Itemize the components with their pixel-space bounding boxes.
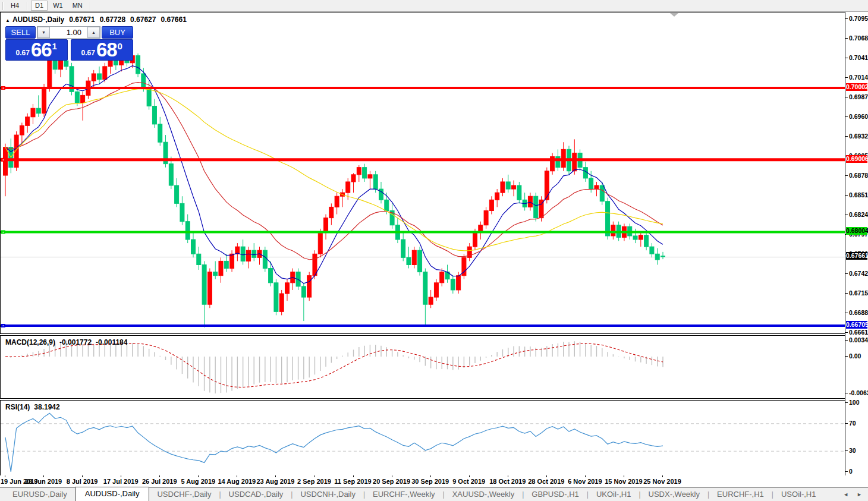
date-label: 30 Sep 2019 <box>410 478 451 485</box>
macd-tick-label: 0.00 <box>849 352 861 360</box>
price-tick-mark <box>845 332 848 333</box>
toolbar-separator <box>27 2 28 10</box>
sell-price-pip: 1 <box>52 41 57 51</box>
price-tick-mark <box>845 215 848 215</box>
macd-tick-label: -0.00637 <box>849 389 868 396</box>
tab-eurchf-weekly[interactable]: EURCHF-,Weekly <box>365 488 443 501</box>
date-label: 28 Oct 2019 <box>526 478 567 485</box>
candles <box>4 52 665 327</box>
date-tick-mark <box>275 475 276 477</box>
date-tick-mark <box>469 475 470 477</box>
date-tick-mark <box>546 475 547 477</box>
price-tick-mark <box>845 313 848 313</box>
rsi-tick-label: 30 <box>849 447 856 454</box>
buy-price-prefix: 0.67 <box>81 49 95 57</box>
tab-usdchf-daily[interactable]: USDCHF-,Daily <box>149 488 219 501</box>
date-axis[interactable]: 19 Jun 201928 Jun 20198 Jul 201917 Jul 2… <box>0 475 868 486</box>
close-value: 0.67661 <box>161 15 186 24</box>
tab-eurusd-daily[interactable]: EURUSD-,Daily <box>5 488 75 501</box>
tab-usdx-weekly[interactable]: USDX-,Weekly <box>641 488 707 501</box>
price-tick-mark <box>845 38 848 39</box>
sell-button[interactable]: SELL <box>5 26 36 39</box>
date-tick-mark <box>198 475 199 477</box>
candlestick-chart[interactable] <box>1 12 845 333</box>
rsi-tick-label: 100 <box>849 399 860 406</box>
buy-button[interactable]: BUY <box>102 26 133 39</box>
price-tick-label: 0.70415 <box>849 54 868 61</box>
buy-price-pip: 0 <box>118 41 122 51</box>
price-tick-mark <box>845 293 848 294</box>
date-label: 9 Oct 2019 <box>449 478 489 485</box>
price-tick-label: 0.68240 <box>849 211 868 218</box>
timeframe-button-mn[interactable]: MN <box>68 1 87 11</box>
macd-tick-mark <box>845 340 848 341</box>
tab-audusd-daily[interactable]: AUDUSD-,Daily <box>75 487 150 501</box>
date-label: 26 Jul 2019 <box>139 478 180 485</box>
rsi-tick-mark <box>845 471 848 472</box>
tab-scroll-left-icon[interactable]: ◄ <box>843 492 848 497</box>
volume-spinner: ▼ 1.00 ▲ <box>37 26 100 39</box>
price-tick-label: 0.67150 <box>849 289 868 297</box>
trading-app-window: H4D1W1MN ▲AUDUSD-,Daily0.676710.677280.6… <box>0 0 868 501</box>
timeframe-button-d1[interactable]: D1 <box>31 1 48 11</box>
rsi-tick-mark <box>845 450 848 451</box>
volume-input[interactable]: 1.00 <box>50 27 87 38</box>
macd-label-row: MACD(12,26,9)-0.001772-0.001184 <box>5 338 131 346</box>
price-tick-mark <box>845 116 848 117</box>
collapse-triangle-icon[interactable]: ▲ <box>5 18 10 23</box>
chart-tab-bar: EURUSD-,DailyAUDUSD-,DailyUSDCHF-,Daily|… <box>0 487 868 501</box>
rsi-chart[interactable] <box>1 401 845 475</box>
date-tick-mark <box>159 475 160 477</box>
fast-ma-line <box>5 66 663 283</box>
price-tick-label: 0.68510 <box>849 191 868 198</box>
tab-scroll-arrows: ◄ ► <box>843 492 862 497</box>
macd-signal-line <box>5 344 663 387</box>
timeframe-button-h4[interactable]: H4 <box>7 1 23 11</box>
chart-autoscroll-marker-icon[interactable] <box>670 13 678 17</box>
volume-decrease-button[interactable]: ▼ <box>37 27 50 38</box>
macd-pane[interactable]: MACD(12,26,9)-0.001772-0.001184 <box>0 335 845 399</box>
level-price-label: 0.68004 <box>846 227 867 235</box>
tab-usdcad-daily[interactable]: USDCAD-,Daily <box>221 488 291 501</box>
buy-price-box[interactable]: 0.67680 <box>71 39 134 61</box>
price-tick-mark <box>845 58 848 58</box>
one-click-trade-panel: SELL ▼ 1.00 ▲ BUY 0.67661 0.67680 <box>5 26 133 61</box>
date-label: 14 Aug 2019 <box>216 478 257 485</box>
level-price-label: 0.69006 <box>846 155 867 163</box>
date-label: 2 Sep 2019 <box>294 478 334 485</box>
volume-increase-button[interactable]: ▲ <box>87 27 100 38</box>
date-label: 17 Jul 2019 <box>100 478 141 485</box>
price-pane[interactable]: ▲AUDUSD-,Daily0.676710.677280.676270.676… <box>0 12 845 334</box>
low-value: 0.67627 <box>130 15 156 24</box>
tab-usoil-h1[interactable]: USOil-,H1 <box>773 488 824 501</box>
price-tick-label: 0.67425 <box>849 270 868 277</box>
price-tick-label: 0.66880 <box>849 309 868 316</box>
date-tick-mark <box>121 475 121 477</box>
price-tick-label: 0.70955 <box>849 15 868 22</box>
macd-tick-mark <box>845 393 848 393</box>
price-tick-mark <box>845 18 848 19</box>
rsi-line <box>5 413 663 472</box>
timeframe-button-w1[interactable]: W1 <box>49 1 67 11</box>
tab-eurchf-h1[interactable]: EURCHF-,H1 <box>709 488 772 501</box>
price-tick-mark <box>845 77 848 78</box>
price-tick-label: 0.70140 <box>849 74 868 81</box>
symbol-label: AUDUSD-,Daily <box>12 15 64 24</box>
sell-price-box[interactable]: 0.67661 <box>5 39 68 61</box>
date-label: 11 Sep 2019 <box>333 478 373 485</box>
date-tick-mark <box>5 475 5 477</box>
price-tick-mark <box>845 136 848 137</box>
date-label: 23 Aug 2019 <box>255 478 295 485</box>
date-tick-mark <box>237 475 237 477</box>
rsi-pane[interactable]: RSI(14)38.1942 <box>0 400 845 476</box>
tab-xauusd-weekly[interactable]: XAUUSD-,Weekly <box>445 488 523 501</box>
rsi-tick-label: 70 <box>849 420 856 427</box>
tab-scroll-right-icon[interactable]: ► <box>857 492 862 497</box>
tab-ukoil-h1[interactable]: UKOil-,H1 <box>589 488 639 501</box>
date-tick-mark <box>43 475 44 477</box>
tab-gbpusd-h1[interactable]: GBPUSD-,H1 <box>524 488 586 501</box>
level-price-label: 0.70002 <box>846 83 867 91</box>
tab-usdcnh-daily[interactable]: USDCNH-,Daily <box>293 488 363 501</box>
price-axis[interactable]: 0.709550.706850.704150.701400.698700.696… <box>845 12 868 475</box>
symbol-ohlc-header: ▲AUDUSD-,Daily0.676710.677280.676270.676… <box>5 15 191 24</box>
